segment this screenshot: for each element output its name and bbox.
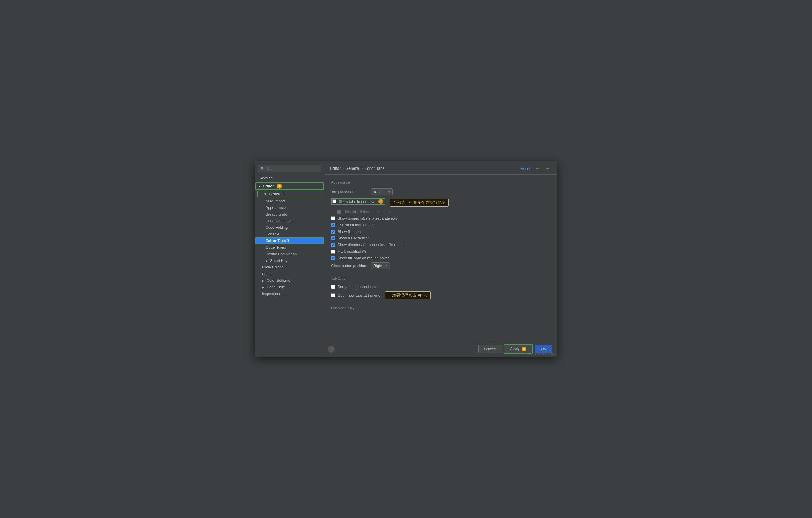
open-new-tabs-row: Open new tabs at the end [331, 293, 380, 297]
footer-left: ? [328, 346, 335, 352]
sidebar-item-editor-tabs-label: Editor Tabs [266, 238, 286, 243]
sidebar-item-inspections[interactable]: Inspections ⊟ [255, 290, 324, 297]
hide-tabs-label: Hide tabs if there is no space [343, 209, 392, 214]
sidebar-item-code-folding[interactable]: Code Folding [255, 224, 324, 231]
help-button[interactable]: ? [328, 346, 335, 352]
chevron-down-icon-general: ▼ [264, 193, 267, 196]
watermark: CSDN @测试开发专项写作 [523, 352, 554, 356]
show-directory-row: Show directory for non-unique file names [331, 242, 550, 247]
sidebar-item-gutter-icons-label: Gutter Icons [266, 245, 286, 250]
close-button-label: Close button position: [331, 264, 369, 268]
sidebar-item-general[interactable]: ▼ General 2 [257, 191, 322, 197]
open-new-tabs-label: Open new tabs at the end [338, 293, 380, 297]
sidebar-item-auto-import[interactable]: Auto Import [255, 198, 324, 204]
sidebar-item-editor[interactable]: ▼ Editor 1 [255, 182, 324, 190]
sidebar-item-code-style-label: Code Style [267, 285, 285, 289]
breadcrumb-general: General [345, 166, 360, 171]
sidebar-item-font-label: Font [262, 272, 270, 276]
search-input[interactable] [266, 167, 319, 171]
show-file-icon-checkbox[interactable] [331, 230, 335, 234]
sidebar-item-postfix-completion[interactable]: Postfix Completion [255, 251, 324, 257]
breadcrumb-sep-1: › [342, 166, 344, 171]
dialog-footer: ? Cancel Apply 5 OK CSDN @测试开发专项写作 [324, 341, 557, 357]
ok-button[interactable]: OK [534, 345, 552, 353]
header-actions: Reset ← → [521, 165, 551, 172]
mark-modified-row: Mark modified (*) [331, 249, 550, 254]
sidebar-item-editor-label: Editor [263, 184, 274, 188]
use-small-font-label: Use small font for labels [338, 223, 378, 227]
badge-2: 2 [283, 192, 285, 196]
hide-tabs-row: Hide tabs if there is no space [337, 209, 550, 214]
tab-placement-select[interactable]: Top Bottom Left Right None [371, 189, 393, 195]
sidebar-tree: ▼ Editor 1 ▼ General 2 Auto Import Appea… [255, 182, 324, 357]
show-tabs-one-row-row: Show tabs in one row 4 [331, 198, 385, 205]
appearance-section-title: Appearance [331, 180, 550, 184]
show-file-icon-row: Show file icon [331, 229, 550, 234]
settings-panel: Appearance Tab placement: Top Bottom Lef… [324, 175, 557, 341]
badge-1: 1 [277, 183, 282, 189]
show-file-ext-row: Show file extension [331, 236, 550, 240]
show-pinned-tabs-row: Show pinned tabs in a separate row [331, 216, 550, 221]
show-tabs-one-row-checkbox[interactable] [332, 199, 337, 203]
main-content: Editor › General › Editor Tabs Reset ← →… [324, 161, 557, 357]
sidebar-item-editor-tabs[interactable]: Editor Tabs 3 [255, 237, 324, 244]
sort-alphabetically-label: Sort tabs alphabetically [338, 285, 376, 289]
search-bar[interactable]: 🔍 [258, 165, 321, 172]
show-file-ext-checkbox[interactable] [331, 236, 335, 240]
cancel-button[interactable]: Cancel [478, 345, 502, 353]
sidebar-item-color-scheme-label: Color Scheme [267, 278, 290, 283]
sidebar-item-auto-import-label: Auto Import [266, 199, 285, 203]
chevron-right-icon-smart-keys: ▶ [266, 259, 268, 262]
show-full-path-checkbox[interactable] [331, 256, 335, 260]
chevron-right-icon-color-scheme: ▶ [262, 279, 264, 282]
reset-button[interactable]: Reset [521, 166, 530, 171]
use-small-font-checkbox[interactable] [331, 223, 335, 227]
sidebar-item-console[interactable]: Console [255, 231, 324, 237]
sidebar-item-code-editing-label: Code Editing [262, 265, 283, 269]
sidebar-item-gutter-icons[interactable]: Gutter Icons [255, 244, 324, 251]
apply-button[interactable]: Apply 5 [504, 344, 532, 353]
keymap-label: Keymap [255, 175, 324, 182]
show-directory-label: Show directory for non-unique file names [338, 242, 405, 247]
sidebar-item-code-style[interactable]: ▶ Code Style [255, 284, 324, 290]
settings-dialog: 🔍 Keymap ▼ Editor 1 ▼ General 2 A [255, 161, 557, 357]
sort-alphabetically-checkbox[interactable] [331, 285, 335, 289]
sidebar-item-code-completion[interactable]: Code Completion [255, 218, 324, 224]
sidebar-item-smart-keys[interactable]: ▶ Smart Keys [255, 257, 324, 264]
open-new-tabs-checkbox[interactable] [331, 293, 335, 297]
badge-3: 3 [287, 238, 289, 243]
sort-alphabetically-row: Sort tabs alphabetically [331, 285, 550, 289]
show-pinned-tabs-checkbox[interactable] [331, 217, 335, 221]
show-directory-checkbox[interactable] [331, 243, 335, 247]
show-pinned-tabs-label: Show pinned tabs in a separate row [338, 216, 397, 221]
sidebar-item-inspections-label: Inspections [262, 291, 281, 296]
close-button-select-wrapper: Right Left None [371, 262, 390, 269]
badge-5: 5 [522, 347, 526, 351]
show-full-path-row: Show full path on mouse hover [331, 256, 550, 260]
sidebar-item-font[interactable]: Font [255, 270, 324, 277]
opening-policy-section-title: Opening Policy [331, 306, 550, 310]
sidebar: 🔍 Keymap ▼ Editor 1 ▼ General 2 A [255, 161, 324, 357]
sidebar-item-appearance[interactable]: Appearance [255, 204, 324, 211]
dialog-body: 🔍 Keymap ▼ Editor 1 ▼ General 2 A [255, 161, 557, 357]
annotation-one: 不勾选，打开多个类换行显示 [390, 199, 448, 207]
use-small-font-row: Use small font for labels [331, 223, 550, 227]
sidebar-item-postfix-completion-label: Postfix Completion [266, 252, 297, 256]
badge-4: 4 [378, 199, 383, 204]
mark-modified-label: Mark modified (*) [338, 249, 366, 254]
sidebar-item-breadcrumbs[interactable]: Breadcrumbs [255, 211, 324, 218]
sidebar-item-breadcrumbs-label: Breadcrumbs [266, 212, 288, 217]
show-full-path-label: Show full path on mouse hover [338, 256, 389, 260]
mark-modified-checkbox[interactable] [331, 250, 335, 254]
separator-2 [331, 301, 550, 306]
search-icon: 🔍 [261, 167, 265, 171]
forward-button[interactable]: → [544, 165, 551, 172]
main-header: Editor › General › Editor Tabs Reset ← → [324, 161, 557, 175]
back-button[interactable]: ← [534, 165, 541, 172]
sidebar-item-code-editing[interactable]: Code Editing [255, 264, 324, 270]
apply-label: Apply [510, 346, 520, 351]
close-button-select[interactable]: Right Left None [371, 262, 390, 269]
tab-placement-select-wrapper: Top Bottom Left Right None [371, 189, 393, 195]
sidebar-item-color-scheme[interactable]: ▶ Color Scheme [255, 277, 324, 284]
sidebar-item-appearance-label: Appearance [266, 205, 286, 210]
